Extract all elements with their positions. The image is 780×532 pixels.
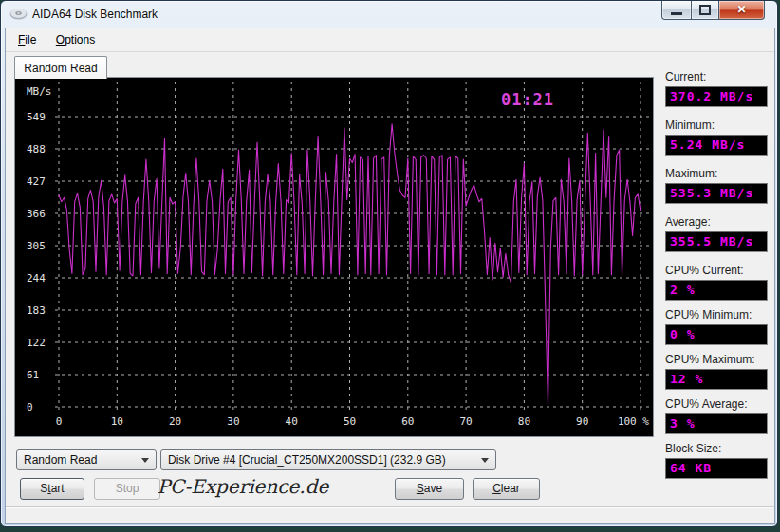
stat-value-box: 370.2 MB/s <box>665 86 768 107</box>
bottom-separator <box>6 506 774 508</box>
watermark-text: PC-Experience.de <box>139 475 347 498</box>
stat-item: Block Size:64 KB <box>665 442 768 479</box>
y-tick-label: 427 <box>27 175 46 188</box>
stat-value-box: 535.3 MB/s <box>665 183 768 204</box>
x-tick-label: 80 <box>518 415 530 428</box>
stat-label: CPU% Minimum: <box>665 308 768 321</box>
x-tick-label: 10 <box>111 415 123 428</box>
save-button[interactable]: Save <box>395 478 464 500</box>
stat-label: Average: <box>665 215 768 229</box>
drive-select[interactable]: Disk Drive #4 [Crucial_CT250MX200SSD1] (… <box>160 449 496 470</box>
y-tick-label: 488 <box>27 143 46 156</box>
maximize-icon <box>699 5 711 15</box>
y-tick-label: 305 <box>27 240 46 252</box>
x-tick-label: 0 <box>56 415 63 428</box>
menu-file[interactable]: File <box>10 29 44 50</box>
test-type-value: Random Read <box>24 453 97 467</box>
stat-item: Current:370.2 MB/s <box>665 70 768 107</box>
stat-item: CPU% Minimum:0 % <box>665 308 768 345</box>
stats-panel: Current:370.2 MB/sMinimum:5.24 MB/sMaxim… <box>665 70 768 486</box>
window-title: AIDA64 Disk Benchmark <box>32 8 158 21</box>
y-tick-label: 366 <box>27 208 46 220</box>
stat-item: Minimum:5.24 MB/s <box>665 119 768 156</box>
chevron-down-icon <box>141 458 149 463</box>
x-tick-label: 70 <box>459 415 472 428</box>
stat-label: CPU% Maximum: <box>665 353 768 366</box>
client-area: File Options Random Read 549488427366305… <box>5 28 775 524</box>
tab-label: Random Read <box>24 62 97 75</box>
stat-item: CPU% Average:3 % <box>665 397 768 434</box>
maximize-button[interactable] <box>692 1 719 20</box>
x-tick-label: 90 <box>576 415 588 428</box>
stat-value-box: 12 % <box>665 369 768 390</box>
y-axis-unit-label: MB/s <box>27 85 52 98</box>
x-tick-label: 40 <box>286 415 298 428</box>
stat-value-box: 64 KB <box>665 458 768 479</box>
window-controls: ✕ <box>661 1 765 20</box>
stat-value-box: 0 % <box>665 324 768 345</box>
chart-canvas: 549488427366305244183122610MB/s010203040… <box>15 78 651 434</box>
menu-options[interactable]: Options <box>48 29 102 50</box>
y-tick-label: 122 <box>27 337 46 349</box>
x-tick-label: 60 <box>401 415 414 428</box>
y-tick-label: 549 <box>27 111 46 123</box>
benchmark-chart: 549488427366305244183122610MB/s010203040… <box>14 77 654 437</box>
minimize-button[interactable] <box>661 1 692 20</box>
app-icon <box>9 8 28 21</box>
y-tick-label: 183 <box>27 304 46 317</box>
stat-item: Average:355.5 MB/s <box>665 215 768 252</box>
stat-value-box: 5.24 MB/s <box>665 135 768 156</box>
stat-label: Block Size: <box>665 442 768 455</box>
x-tick-label: 50 <box>344 415 356 428</box>
chevron-down-icon <box>481 458 489 463</box>
stat-label: Maximum: <box>665 167 768 180</box>
stat-value-box: 2 % <box>665 280 768 301</box>
elapsed-time: 01:21 <box>501 90 554 109</box>
x-tick-label: 20 <box>169 415 181 428</box>
app-window: AIDA64 Disk Benchmark ✕ File Options Ran… <box>0 0 778 527</box>
stat-value-box: 3 % <box>665 413 768 434</box>
stat-label: Minimum: <box>665 119 768 132</box>
close-button[interactable]: ✕ <box>719 1 765 20</box>
y-tick-label: 61 <box>27 369 39 381</box>
menu-bar: File Options <box>6 28 774 52</box>
stat-item: CPU% Maximum:12 % <box>665 353 768 390</box>
drive-select-value: Disk Drive #4 [Crucial_CT250MX200SSD1] (… <box>168 453 446 467</box>
test-type-select[interactable]: Random Read <box>16 449 157 470</box>
tab-random-read[interactable]: Random Read <box>14 56 107 79</box>
stat-label: Current: <box>665 70 768 83</box>
close-icon: ✕ <box>736 2 746 18</box>
stat-item: CPU% Current:2 % <box>665 264 768 301</box>
x-tick-label: 100 % <box>618 415 649 428</box>
stat-value-box: 355.5 MB/s <box>665 231 768 252</box>
minimize-icon <box>671 12 682 15</box>
y-tick-label: 244 <box>27 272 46 284</box>
stat-label: CPU% Current: <box>665 264 768 277</box>
stat-item: Maximum:535.3 MB/s <box>665 167 768 204</box>
title-bar[interactable]: AIDA64 Disk Benchmark ✕ <box>1 1 777 28</box>
clear-button[interactable]: Clear <box>473 478 540 500</box>
y-tick-label: 0 <box>27 401 33 413</box>
x-tick-label: 30 <box>227 415 239 428</box>
start-button[interactable]: Start <box>20 478 84 500</box>
stat-label: CPU% Average: <box>665 397 768 411</box>
